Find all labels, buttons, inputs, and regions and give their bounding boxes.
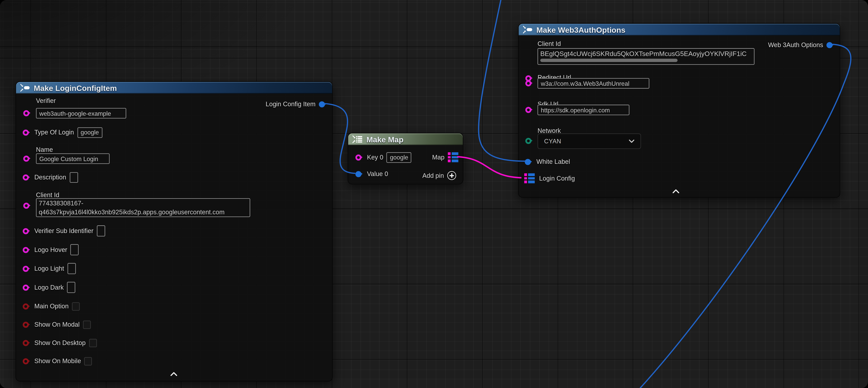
blueprint-editor-stage: Make LoginConfigItem Login Config Item V…: [0, 0, 868, 388]
node-title: Make Web3AuthOptions: [536, 25, 626, 34]
chevron-up-icon: [170, 372, 177, 376]
verifier-sub-identifier-label: Verifier Sub Identifier: [34, 225, 93, 236]
make-struct-icon: [523, 25, 533, 34]
add-pin-plus-icon: [447, 171, 456, 180]
node-header-make-web3authoptions[interactable]: Make Web3AuthOptions: [519, 24, 840, 35]
pin-show-on-desktop[interactable]: [23, 340, 29, 346]
pin-logo-light[interactable]: [23, 266, 29, 272]
login-config-item-output-label: Login Config Item: [266, 98, 315, 110]
description-label: Description: [34, 172, 66, 183]
name-input[interactable]: Google Custom Login: [36, 153, 110, 164]
pin-main-option[interactable]: [23, 303, 29, 309]
pin-show-on-mobile[interactable]: [23, 358, 29, 364]
pin-sdk-url[interactable]: [525, 107, 531, 113]
client-id-line1: 774338308167-: [36, 199, 250, 208]
pin-map-output[interactable]: [448, 152, 458, 162]
show-on-mobile-checkbox[interactable]: [84, 357, 92, 365]
network-dropdown[interactable]: CYAN: [537, 133, 641, 149]
pin-description[interactable]: [23, 174, 29, 180]
key-0-label: Key 0: [367, 152, 383, 163]
logo-dark-input[interactable]: [67, 282, 75, 293]
show-on-desktop-label: Show On Desktop: [34, 337, 86, 348]
add-pin-label: Add pin: [422, 170, 444, 181]
verifier-sub-identifier-input[interactable]: [97, 225, 105, 236]
pin-show-on-modal[interactable]: [23, 321, 29, 327]
verifier-input[interactable]: web3auth-google-example: [36, 108, 126, 118]
node-header-make-loginconfigitem[interactable]: Make LoginConfigItem: [16, 82, 332, 94]
collapse-node-button[interactable]: [169, 371, 178, 377]
pin-login-config[interactable]: [524, 174, 535, 183]
show-on-desktop-checkbox[interactable]: [89, 338, 97, 347]
node-make-web3authoptions[interactable]: Make Web3AuthOptions Web 3Auth Options C…: [518, 23, 840, 198]
pin-name[interactable]: [23, 155, 29, 162]
value-0-label: Value 0: [367, 168, 388, 179]
pin-verifier[interactable]: [23, 110, 29, 116]
pin-verifier-sub-identifier[interactable]: [23, 228, 29, 234]
node-title: Make Map: [366, 135, 403, 144]
redirect-url-input[interactable]: w3a://com.w3a.Web3AuthUnreal: [537, 78, 649, 89]
node-header-make-map[interactable]: Make Map: [348, 133, 463, 145]
pin-value-0[interactable]: [355, 171, 362, 177]
client-id-input[interactable]: 774338308167- q463s7kpvja16l4l0kko3nb925…: [36, 198, 250, 217]
node-title: Make LoginConfigItem: [34, 83, 117, 92]
pin-redirect-url[interactable]: [525, 80, 531, 86]
pin-white-label[interactable]: [525, 159, 531, 165]
logo-hover-label: Logo Hover: [34, 244, 67, 255]
pin-type-of-login[interactable]: [23, 129, 29, 136]
main-option-label: Main Option: [34, 301, 69, 312]
pin-network[interactable]: [525, 138, 531, 144]
show-on-modal-checkbox[interactable]: [83, 320, 91, 329]
chevron-down-icon: [629, 140, 634, 143]
output-row-login-config-item: Login Config Item: [266, 98, 325, 110]
logo-light-label: Logo Light: [34, 263, 64, 274]
wire-map-to-loginconfig[interactable]: [457, 157, 522, 178]
key-0-input[interactable]: google: [387, 152, 412, 162]
logo-hover-input[interactable]: [70, 244, 79, 255]
client-id-line2: q463s7kpvja16l4l0kko3nb925ikds2p.apps.go…: [36, 208, 250, 216]
add-pin-button[interactable]: Add pin: [422, 170, 456, 181]
white-label-label: White Label: [536, 156, 570, 167]
pin-logo-hover[interactable]: [23, 247, 29, 253]
type-of-login-input[interactable]: google: [77, 127, 102, 138]
pin-web3auth-options-output[interactable]: [827, 42, 833, 48]
network-selected-value: CYAN: [544, 138, 561, 145]
chevron-up-icon: [673, 189, 679, 193]
pin-key-0[interactable]: [355, 154, 362, 160]
verifier-label: Verifier: [36, 95, 56, 106]
type-of-login-label: Type Of Login: [34, 127, 74, 138]
collapse-node-button[interactable]: [672, 188, 680, 194]
node-make-map[interactable]: Make Map Key 0 google Map Value 0: [348, 133, 463, 184]
output-row-web3auth-options: Web 3Auth Options: [768, 39, 833, 50]
pin-client-id[interactable]: [23, 203, 29, 209]
make-struct-icon: [20, 84, 30, 92]
make-map-icon: [352, 135, 363, 143]
client-id-scrollbar[interactable]: [540, 59, 678, 62]
map-output-label: Map: [432, 152, 444, 163]
pin-logo-dark[interactable]: [23, 284, 29, 290]
pin-login-config-item-output[interactable]: [319, 101, 325, 107]
client-id-label: Client Id: [537, 38, 561, 49]
logo-light-input[interactable]: [67, 263, 76, 274]
description-input[interactable]: [69, 172, 78, 182]
blueprint-graph-canvas[interactable]: Make LoginConfigItem Login Config Item V…: [0, 0, 868, 388]
login-config-label: Login Config: [539, 173, 575, 184]
client-id-text: BEglQSgt4cUWcj6SKRdu5QkOXTsePmMcusG5EAoy…: [538, 49, 754, 58]
logo-dark-label: Logo Dark: [34, 282, 64, 293]
client-id-input[interactable]: BEglQSgt4cUWcj6SKRdu5QkOXTsePmMcusG5EAoy…: [537, 48, 754, 65]
sdk-url-input[interactable]: https://sdk.openlogin.com: [537, 105, 629, 115]
node-make-loginconfigitem[interactable]: Make LoginConfigItem Login Config Item V…: [16, 82, 333, 382]
show-on-modal-label: Show On Modal: [34, 319, 80, 330]
show-on-mobile-label: Show On Mobile: [34, 355, 81, 366]
main-option-checkbox[interactable]: [72, 302, 80, 310]
web3auth-options-output-label: Web 3Auth Options: [768, 39, 823, 50]
